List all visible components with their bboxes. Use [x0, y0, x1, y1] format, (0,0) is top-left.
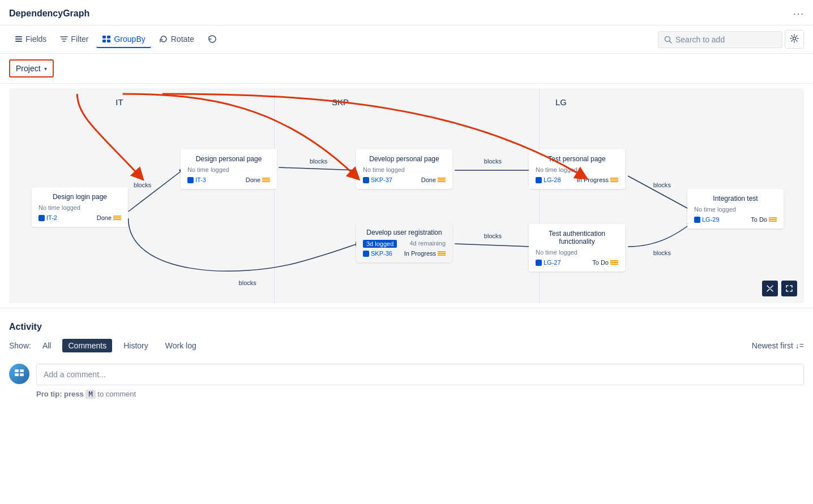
graph-area: IT SKP LG blocks blocks [0, 88, 813, 308]
status-lines-icon [610, 260, 618, 265]
svg-rect-5 [102, 40, 106, 42]
filter-button[interactable]: Filter [54, 31, 94, 48]
activity-title: Activity [9, 322, 804, 332]
activity-section: Activity Show: All Comments History Work… [0, 308, 813, 408]
avatar [9, 364, 29, 384]
search-icon [664, 36, 672, 44]
page-header: DependencyGraph ⋯ [0, 0, 813, 25]
rotate-button[interactable]: Rotate [153, 31, 200, 48]
card-lg27-id: LG-27 [536, 259, 561, 266]
card-it2[interactable]: Design login page No time logged IT-2 Do… [32, 187, 128, 227]
filter-comments-button[interactable]: Comments [62, 339, 112, 352]
card-skp36[interactable]: Develop user registration 3d logged 4d r… [356, 223, 452, 262]
card-skp36-status: In Progress [404, 250, 446, 257]
card-lg28[interactable]: Test personal page No time logged LG-28 … [529, 149, 625, 189]
card-lg27-time: No time logged [536, 249, 618, 256]
card-lg29-time: No time logged [694, 206, 777, 213]
svg-text:blocks: blocks [484, 158, 502, 165]
status-lines-icon [438, 178, 446, 182]
card-lg27-status: To Do [592, 259, 618, 266]
card-skp37-footer: SKP-37 Done [363, 176, 446, 183]
comment-input[interactable]: Add a comment... [36, 364, 804, 385]
card-it3-id: IT-3 [187, 176, 206, 183]
card-it3-footer: IT-3 Done [187, 176, 270, 183]
groupby-selector[interactable]: Project ▾ [9, 59, 54, 77]
column-header-it: IT [9, 97, 230, 107]
status-lines-icon [438, 251, 446, 256]
card-lg28-id: LG-28 [536, 176, 561, 183]
svg-text:blocks: blocks [310, 158, 328, 165]
card-it2-id: IT-2 [38, 214, 57, 221]
svg-text:blocks: blocks [653, 249, 671, 256]
status-lines-icon [610, 178, 618, 182]
card-lg29-status: To Do [751, 216, 777, 223]
status-lines-icon [113, 216, 121, 220]
fields-icon [15, 35, 23, 43]
sort-label: Newest first ↓= [752, 341, 804, 350]
graph-controls [762, 281, 797, 296]
svg-rect-6 [107, 40, 110, 42]
card-skp37[interactable]: Develop personal page No time logged SKP… [356, 149, 452, 189]
comment-row: Add a comment... [9, 364, 804, 385]
pro-tip: Pro tip: press M to comment [36, 390, 804, 399]
card-it3-title: Design personal page [187, 155, 270, 163]
svg-rect-17 [20, 369, 24, 372]
fullscreen-icon [785, 285, 793, 292]
card-lg29[interactable]: Integration test No time logged LG-29 To… [687, 189, 784, 229]
card-skp36-time-row: 3d logged 4d remaining [363, 240, 446, 248]
groupby-bar: Project ▾ [0, 54, 813, 84]
shrink-button[interactable] [762, 281, 778, 296]
shrink-icon [766, 285, 774, 292]
refresh-button[interactable] [202, 32, 222, 48]
groupby-button[interactable]: GroupBy [96, 31, 151, 48]
card-lg27-title: Test authentication functionality [536, 230, 618, 245]
card-lg28-time: No time logged [536, 166, 618, 173]
card-it3-status: Done [246, 176, 270, 183]
card-skp37-status: Done [421, 176, 446, 183]
fullscreen-button[interactable] [781, 281, 797, 296]
svg-rect-18 [15, 373, 19, 376]
filter-all-button[interactable]: All [37, 339, 57, 352]
column-header-skp: SKP [230, 97, 451, 107]
column-header-lg: LG [451, 97, 671, 107]
svg-rect-3 [102, 36, 106, 38]
column-header-extra [671, 97, 804, 107]
search-box[interactable]: Search to add [658, 31, 782, 48]
rotate-icon [159, 35, 168, 43]
show-label: Show: [9, 341, 31, 350]
card-it2-footer: IT-2 Done [38, 214, 121, 221]
svg-rect-19 [20, 373, 24, 376]
svg-text:blocks: blocks [653, 182, 671, 188]
card-skp36-footer: SKP-36 In Progress [363, 250, 446, 257]
column-headers: IT SKP LG [9, 97, 804, 107]
svg-text:blocks: blocks [134, 182, 152, 188]
graph-canvas: IT SKP LG blocks blocks [9, 88, 804, 303]
checkbox-icon [536, 177, 542, 183]
refresh-icon [208, 35, 217, 43]
card-skp37-time: No time logged [363, 166, 446, 173]
checkbox-icon [187, 177, 194, 183]
card-it2-title: Design login page [38, 193, 121, 201]
filter-history-button[interactable]: History [118, 339, 154, 352]
key-badge: M [85, 390, 95, 399]
card-skp36-logged: 3d logged [363, 240, 397, 248]
card-it3[interactable]: Design personal page No time logged IT-3… [181, 149, 277, 189]
svg-rect-2 [15, 41, 22, 42]
filter-worklog-button[interactable]: Work log [160, 339, 202, 352]
card-it3-time: No time logged [187, 166, 270, 173]
card-lg29-title: Integration test [694, 195, 777, 203]
graph-inner: IT SKP LG blocks blocks [9, 88, 804, 303]
card-lg28-title: Test personal page [536, 155, 618, 163]
svg-rect-16 [15, 369, 19, 372]
card-lg29-id: LG-29 [694, 216, 720, 223]
card-lg27[interactable]: Test authentication functionality No tim… [529, 224, 625, 272]
checkbox-icon [363, 177, 369, 183]
avatar-icon [14, 368, 25, 380]
settings-button[interactable] [785, 30, 804, 49]
gear-icon [790, 34, 799, 43]
svg-text:blocks: blocks [239, 279, 257, 286]
page-title: DependencyGraph [9, 8, 89, 19]
red-arrows-svg [9, 88, 804, 303]
fields-button[interactable]: Fields [9, 31, 52, 48]
more-options-button[interactable]: ⋯ [793, 7, 804, 20]
